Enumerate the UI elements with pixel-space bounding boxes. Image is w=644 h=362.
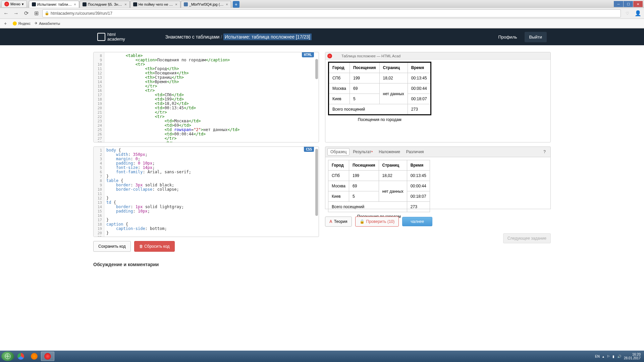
speed-dial-button[interactable]: ⊞ <box>32 9 40 17</box>
menu-label: Меню <box>10 2 20 6</box>
logo-icon <box>97 33 105 41</box>
logout-button[interactable]: Выйти <box>525 32 547 42</box>
logo[interactable]: html academy <box>97 32 125 42</box>
tabs-row: Испытание: таблица пос × Последние §5. З… <box>29 1 239 8</box>
tab-title: Не пойму чего не хватае <box>139 2 174 6</box>
favicon-icon <box>32 2 36 6</box>
html-gutter: 8910111213141516171819202122232425262728 <box>94 52 104 142</box>
breadcrumb-current: Испытание: таблица посложнее [17/23] <box>223 34 312 40</box>
preview-column: Таблица посложнее — HTML Acad Посещения … <box>325 52 551 252</box>
chevron-down-icon: ▾ <box>22 2 24 6</box>
css-editor[interactable]: CSS 123456789101112131415161718192021 bo… <box>93 146 319 237</box>
tab-result[interactable]: Результат• <box>350 148 375 155</box>
work-area: HTML 89101112131415161718192021222324252… <box>0 45 644 255</box>
trash-icon: 🗑 <box>139 244 144 249</box>
scrollbar-thumb[interactable] <box>315 59 318 79</box>
favicon-icon <box>133 2 137 6</box>
tab-title: Испытание: таблица пос <box>37 2 73 6</box>
table-row: Всего посещений273 <box>329 104 431 115</box>
html-code[interactable]: <table> <caption>Посещения по городам</c… <box>104 52 319 142</box>
table-row: Москва69нет данных00:00:44 <box>329 83 431 94</box>
css-badge: CSS <box>304 147 314 152</box>
result-panel: Образец Результат• Наложение Различия ? … <box>325 146 551 209</box>
minimize-button[interactable]: ─ <box>614 1 623 7</box>
tab-title: Последние §5. Знакомств <box>88 2 123 6</box>
result-body: Посещения по городам ГородПосещенияСтран… <box>325 157 551 209</box>
browser-tab-active[interactable]: Испытание: таблица пос × <box>29 1 79 8</box>
css-gutter: 123456789101112131415161718192021 <box>94 147 104 237</box>
favicon-icon <box>184 2 188 6</box>
reset-code-button[interactable]: 🗑 Сбросить код <box>134 241 175 252</box>
url-input[interactable]: 🔒 htmlacademy.ru/courses/39/run/17 <box>42 9 621 17</box>
th-city: Город <box>329 62 350 73</box>
reload-button[interactable]: ⟳ <box>22 9 30 17</box>
close-icon[interactable]: × <box>124 2 126 6</box>
browser-tab[interactable]: Последние §5. Знакомств × <box>79 1 130 8</box>
editors-column: HTML 89101112131415161718192021222324252… <box>93 52 319 252</box>
browser-chrome: Меню ▾ Испытание: таблица пос × Последни… <box>0 0 644 28</box>
favicon-icon <box>83 2 87 6</box>
live-preview: Таблица посложнее — HTML Acad Посещения … <box>325 52 551 142</box>
bookmark-heart-icon[interactable]: ♡ <box>626 11 629 16</box>
browser-tab[interactable]: Не пойму чего не хватае × <box>130 1 180 8</box>
editor-buttons: Сохранить код 🗑 Сбросить код <box>93 241 319 252</box>
close-icon[interactable]: × <box>226 2 228 6</box>
result-tabs: Образец Результат• Наложение Различия ? <box>325 146 551 157</box>
user-icon[interactable]: 👤 <box>634 9 642 17</box>
opera-icon <box>4 2 9 6</box>
table-row: СПб19918,0200:13:45 <box>329 73 431 83</box>
back-button[interactable]: ← <box>2 9 10 17</box>
breadcrumb-separator: / <box>221 34 223 40</box>
site-header: html academy Знакомство с таблицами / Ис… <box>0 28 644 45</box>
save-code-button[interactable]: Сохранить код <box>93 241 131 252</box>
new-tab-button[interactable]: + <box>233 1 239 8</box>
discussion-heading: Обсуждение и комментарии <box>0 255 644 274</box>
book-icon: A <box>329 219 332 224</box>
breadcrumb-parent[interactable]: Знакомство с таблицами <box>165 34 220 40</box>
forward-button[interactable]: → <box>12 9 20 17</box>
url-text: htmlacademy.ru/courses/39/run/17 <box>51 11 112 16</box>
scrollbar-thumb[interactable] <box>315 149 318 216</box>
maximize-button[interactable]: ☐ <box>624 1 633 7</box>
bookmark-label: Авиабилеты <box>39 21 60 25</box>
table-row: Город Посещения Страниц Время <box>329 62 431 73</box>
action-row: A Теория 🔒 Проверить (10) чалнее <box>325 217 551 227</box>
preview-body: Посещения по городам Город Посещения Стр… <box>325 60 550 124</box>
header-right: Профиль Выйти <box>493 32 547 42</box>
add-bookmark-button[interactable]: + <box>2 21 9 26</box>
theory-button[interactable]: A Теория <box>325 217 352 227</box>
address-bar: ← → ⟳ ⊞ 🔒 htmlacademy.ru/courses/39/run/… <box>0 8 644 19</box>
close-icon[interactable]: × <box>175 2 177 6</box>
check-button[interactable]: 🔒 Проверить (10) <box>355 217 399 227</box>
profile-button[interactable]: Профиль <box>493 32 522 42</box>
browser-tab[interactable]: _MbrfYwf3Q4.jpg (1366× × <box>181 1 231 8</box>
yandex-icon <box>13 21 17 25</box>
bookmarks-bar: + Яндекс ✈ Авиабилеты <box>0 19 644 28</box>
preview-table-bottom: Посещения по городам ГородПосещенияСтран… <box>328 160 430 219</box>
logo-text: html academy <box>107 32 125 42</box>
close-icon[interactable]: × <box>74 2 76 6</box>
close-button[interactable]: ✕ <box>633 1 643 7</box>
next-task-button[interactable]: Следующее задание <box>503 233 551 243</box>
tab-help[interactable]: ? <box>541 148 548 155</box>
th-visits: Посещения <box>350 62 379 73</box>
html-badge: HTML <box>302 52 314 57</box>
more-button[interactable]: чалнее <box>402 217 432 226</box>
tab-sample[interactable]: Образец <box>327 148 350 156</box>
preview-table-top: Посещения по городам Город Посещения Стр… <box>328 62 431 122</box>
th-time: Время <box>408 62 431 73</box>
th-pages: Страниц <box>379 62 408 73</box>
table-caption: Посещения по городам <box>328 115 431 122</box>
opera-menu-button[interactable]: Меню ▾ <box>1 0 27 8</box>
check-icon: 🔒 <box>360 219 365 224</box>
css-code[interactable]: body { width: 350px; margin: 0; padding:… <box>104 147 319 237</box>
tab-diff[interactable]: Различия <box>404 148 427 155</box>
browser-titlebar: Меню ▾ Испытание: таблица пос × Последни… <box>0 0 644 8</box>
html-editor[interactable]: HTML 89101112131415161718192021222324252… <box>93 52 319 142</box>
preview-header: Таблица посложнее — HTML Acad <box>325 52 550 60</box>
tab-overlay[interactable]: Наложение <box>376 148 403 155</box>
lock-icon: 🔒 <box>45 11 49 15</box>
bookmark-yandex[interactable]: Яндекс <box>13 21 31 25</box>
preview-tab-title: Таблица посложнее — HTML Acad <box>341 54 400 58</box>
bookmark-aviabilety[interactable]: ✈ Авиабилеты <box>35 21 60 25</box>
